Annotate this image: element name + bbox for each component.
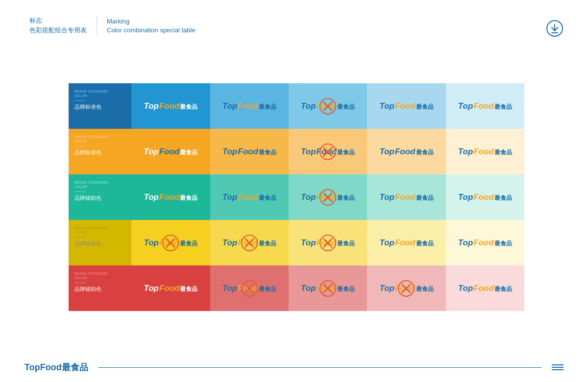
logo-cell-r4c3: TopFood 最食品: [289, 220, 367, 265]
logo-cell-r1c5: TopFood 最食品: [446, 83, 524, 129]
logo-cell-r3c2: TopFood 最食品: [210, 174, 289, 220]
logo-cell-r5c4: TopFood 最食品: [367, 265, 445, 311]
logo-cell-r4c2: TopFood 最食品: [210, 220, 289, 265]
header-right: Marking Color combination special table: [107, 17, 196, 34]
logo-cell-r1c3: TopFood 最食品: [289, 83, 367, 129]
header-zh: 标志 色彩搭配组合专用表: [29, 16, 87, 35]
footer-line: [98, 367, 542, 368]
logo-cell-r4c1: TopFood 最食品: [131, 220, 210, 265]
logo-cell-r2c4: TopFood 最食品: [367, 129, 445, 174]
logo-cell-r1c2: TopFood 最食品: [210, 83, 289, 129]
header: 标志 色彩搭配组合专用表 Marking Color combination s…: [29, 16, 196, 35]
logo-cell-r4c4: TopFood 最食品: [367, 220, 445, 265]
logo-cell-r5c3: TopFood 最食品: [289, 265, 367, 311]
logo-cell-r1c1: TopFood 最食品: [131, 83, 210, 129]
logo-cell-r3c5: TopFood 最食品: [446, 174, 524, 220]
label-cell-row3: BRAND STANDARD COLOR品牌辅助色: [69, 174, 131, 220]
logo-cell-r3c1: TopFood 最食品: [131, 174, 210, 220]
logo-cell-r2c2: TopFood 最食品: [210, 129, 289, 174]
label-cell-row5: BRAND STANDARD COLOR品牌辅助色: [69, 265, 131, 311]
label-cell-row4: BRAND STANDARD COLOR品牌辅助色: [69, 220, 131, 265]
logo-cell-r5c5: TopFood 最食品: [446, 265, 524, 311]
logo-cell-r5c1: TopFood 最食品: [131, 265, 210, 311]
logo-cell-r2c3: TopFood 最食品: [289, 129, 367, 174]
label-cell-row1: BRAND STANDARD COLOR品牌标准色: [69, 83, 131, 129]
footer-brand: TopFood最食品: [24, 361, 88, 373]
logo-cell-r4c5: TopFood 最食品: [446, 220, 524, 265]
logo-cell-r2c5: TopFood 最食品: [446, 129, 524, 174]
download-icon[interactable]: [546, 20, 564, 37]
label-cell-row2: BRAND STANDARD COLOR品牌标准色: [69, 129, 131, 174]
footer: TopFood最食品: [0, 361, 588, 373]
logo-cell-r1c4: TopFood 最食品: [367, 83, 445, 129]
logo-cell-r3c4: TopFood 最食品: [367, 174, 445, 220]
logo-cell-r5c2: TopFood 最食品: [210, 265, 289, 311]
footer-menu-icon[interactable]: [552, 364, 564, 370]
header-left: 标志 色彩搭配组合专用表: [29, 16, 97, 35]
logo-cell-r2c1: TopFood 最食品: [131, 129, 210, 174]
logo-cell-r3c3: TopFood 最食品: [289, 174, 367, 220]
color-table: BRAND STANDARD COLOR品牌标准色TopFood 最食品TopF…: [69, 83, 524, 311]
